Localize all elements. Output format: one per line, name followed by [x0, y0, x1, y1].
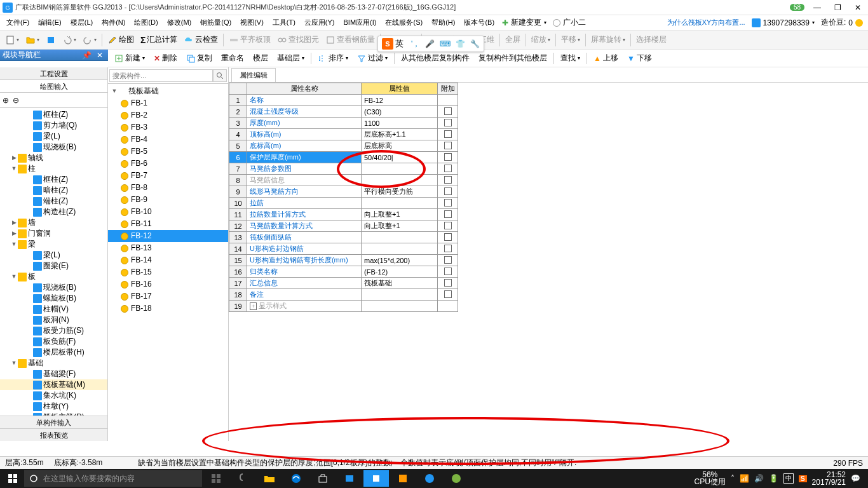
list-item[interactable]: FB-16 [108, 278, 228, 290]
checkbox[interactable] [444, 130, 452, 138]
list-item[interactable]: FB-5 [108, 146, 228, 158]
tray-ime-icon[interactable]: S [799, 475, 807, 482]
new-file-button[interactable]: ▾ [3, 34, 22, 46]
tree-item[interactable]: 板负筋(F) [0, 336, 107, 347]
menu-draw[interactable]: 绘图(D) [130, 17, 161, 29]
tree-item[interactable]: ▶墙 [0, 217, 107, 228]
ime-settings-icon[interactable]: 🔧 [470, 39, 480, 48]
list-item[interactable]: FB-2 [108, 109, 228, 121]
flatten-button[interactable]: 平齐板顶 [226, 33, 273, 46]
list-item[interactable]: FB-4 [108, 133, 228, 146]
fullscreen-button[interactable]: 全屏 [503, 33, 523, 46]
tree-item[interactable]: ▼梁 [0, 239, 107, 250]
sidebar-tab-drawing[interactable]: 绘图输入 [0, 80, 107, 93]
tree-item[interactable]: 剪力墙(Q) [0, 120, 107, 131]
checkbox[interactable] [444, 153, 452, 161]
property-row[interactable]: 1名称FB-12 [229, 95, 458, 106]
menu-help[interactable]: 帮助(H) [428, 17, 459, 29]
tree-item[interactable]: ▼板 [0, 271, 107, 282]
tree-item[interactable]: ▶轴线 [0, 152, 107, 163]
tree-item[interactable]: 现浇板(B) [0, 282, 107, 293]
property-row[interactable]: 14U形构造封边钢筋 [229, 243, 458, 255]
list-item[interactable]: FB-17 [108, 290, 228, 302]
tree-item[interactable]: 框柱(Z) [0, 174, 107, 185]
tree-item[interactable]: ▼基础 [0, 358, 107, 369]
expand-icon[interactable]: ⊕ [3, 96, 9, 105]
property-row[interactable]: 2混凝土强度等级(C30) [229, 106, 458, 118]
property-row[interactable]: 6保护层厚度(mm)50/40/20| [229, 152, 458, 163]
start-button[interactable] [3, 470, 23, 487]
minimize-button[interactable]: — [810, 3, 825, 12]
tree-item[interactable]: ▼柱 [0, 163, 107, 174]
taskbar-app-7[interactable] [390, 470, 416, 487]
new-change-button[interactable]: ✚新建变更▾ [499, 17, 549, 28]
property-row[interactable]: 7马凳筋参数图 [229, 163, 458, 175]
list-item[interactable]: FB-12 [108, 230, 228, 242]
taskbar-search[interactable]: 在这里输入你要搜索的内容 [24, 470, 202, 487]
tree-item[interactable]: 螺旋板(B) [0, 293, 107, 304]
cost-bean[interactable]: 造价豆:0 [818, 17, 865, 28]
tree-item[interactable]: 暗柱(Z) [0, 185, 107, 196]
checkbox[interactable] [444, 268, 452, 275]
menu-rebar[interactable]: 钢筋量(Q) [196, 17, 235, 29]
ime-punct-icon[interactable]: '， [411, 39, 420, 50]
checkbox[interactable] [444, 290, 452, 298]
clock[interactable]: 21:522017/9/21 [812, 471, 846, 486]
sidebar-tab-single-input[interactable]: 单构件输入 [0, 416, 107, 428]
menu-online[interactable]: 在线服务(S) [381, 17, 426, 29]
tree-item[interactable]: 楼层板带(H) [0, 347, 107, 358]
list-item[interactable]: FB-18 [108, 302, 228, 315]
checkbox[interactable] [444, 233, 452, 241]
menu-file[interactable]: 文件(F) [3, 17, 33, 29]
checkbox[interactable] [444, 210, 452, 218]
list-item[interactable]: FB-7 [108, 170, 228, 182]
menu-cloud[interactable]: 云应用(Y) [301, 17, 339, 29]
copy-to-floor-button[interactable]: 复制构件到其他楼层 [475, 51, 551, 65]
new-component-button[interactable]: 新建▾ [111, 51, 149, 65]
ime-toolbar[interactable]: S英 '， 🎤 ⌨ 👕 🔧 [377, 36, 484, 52]
list-item[interactable]: FB-14 [108, 254, 228, 266]
open-button[interactable]: ▾ [23, 34, 42, 46]
property-row[interactable]: 10拉筋 [229, 198, 458, 209]
taskbar-app-explorer[interactable] [257, 470, 282, 487]
zoom-button[interactable]: 缩放▾ [529, 33, 553, 46]
maximize-button[interactable]: ❐ [830, 3, 845, 12]
menu-view[interactable]: 视图(V) [236, 17, 268, 29]
pin-icon[interactable]: 📌 [79, 51, 94, 60]
search-input[interactable] [109, 69, 213, 82]
tree-item[interactable]: 梁(L) [0, 250, 107, 261]
move-up-button[interactable]: ▲上移 [590, 51, 622, 65]
list-root[interactable]: ▼筏板基础 [108, 85, 228, 97]
checkbox[interactable] [444, 107, 452, 115]
sort-button[interactable]: 排序▾ [314, 51, 352, 65]
taskbar-app-5[interactable] [337, 470, 362, 487]
list-item[interactable]: FB-9 [108, 194, 228, 206]
rename-button[interactable]: 重命名 [217, 51, 248, 65]
property-row[interactable]: 4顶标高(m)层底标高+1.1 [229, 129, 458, 140]
filter-button[interactable]: 过滤▾ [353, 51, 391, 65]
checkbox[interactable] [444, 176, 452, 184]
property-row[interactable]: 16归类名称(FB-12) [229, 266, 458, 278]
draw-button[interactable]: 绘图 [105, 33, 137, 46]
list-item[interactable]: FB-6 [108, 158, 228, 170]
property-row[interactable]: 11拉筋数量计算方式向上取整+1 [229, 209, 458, 220]
cloud-check-button[interactable]: 云检查 [181, 33, 220, 46]
help-question-link[interactable]: 为什么筏板XY方向布置... [665, 18, 748, 27]
taskbar-app-6[interactable] [363, 470, 389, 487]
menu-component[interactable]: 构件(N) [98, 17, 129, 29]
taskbar-app-edge[interactable] [283, 470, 309, 487]
checkbox[interactable] [444, 279, 452, 287]
find-button[interactable]: 查找▾ [557, 51, 584, 65]
save-button[interactable] [43, 34, 58, 46]
tray-lang-icon[interactable]: 中 [783, 473, 794, 484]
user-button[interactable]: 广小二 [550, 17, 588, 28]
checkbox[interactable] [444, 142, 452, 149]
taskbar-app-store[interactable] [310, 470, 336, 487]
tray-network-icon[interactable]: 📶 [740, 474, 749, 483]
delete-button[interactable]: ✕删除 [150, 51, 181, 65]
tree-item[interactable]: 端柱(Z) [0, 196, 107, 207]
component-list-tree[interactable]: ▼筏板基础FB-1FB-2FB-3FB-4FB-5FB-6FB-7FB-8FB-… [108, 84, 228, 441]
menu-bim[interactable]: BIM应用(I) [340, 17, 381, 29]
checkbox[interactable] [444, 165, 452, 172]
base-layer-dropdown[interactable]: 基础层▾ [273, 51, 308, 65]
